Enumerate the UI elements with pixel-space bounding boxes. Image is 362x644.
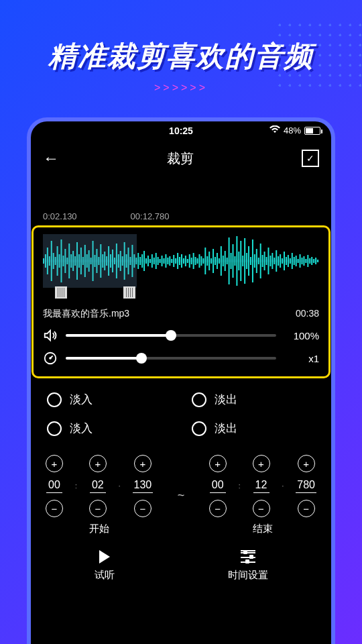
battery-icon: [304, 127, 320, 135]
svg-rect-82: [204, 248, 206, 274]
svg-rect-98: [236, 236, 237, 286]
svg-rect-129: [298, 259, 299, 263]
svg-rect-126: [292, 253, 293, 269]
svg-rect-89: [219, 258, 220, 264]
svg-rect-76: [193, 253, 194, 269]
svg-rect-116: [272, 253, 273, 269]
fade-out-option-2[interactable]: 淡出: [192, 421, 315, 436]
svg-rect-114: [267, 248, 269, 274]
svg-rect-86: [213, 249, 214, 273]
svg-rect-133: [305, 259, 306, 263]
svg-rect-97: [234, 256, 235, 266]
start-sec-minus[interactable]: −: [89, 500, 107, 517]
svg-rect-136: [311, 257, 312, 265]
volume-value: 100%: [284, 330, 319, 341]
trim-start-handle[interactable]: [55, 286, 67, 299]
end-ms-plus[interactable]: +: [298, 455, 315, 472]
svg-rect-127: [294, 257, 295, 265]
svg-rect-84: [208, 252, 210, 270]
start-sec-plus[interactable]: +: [89, 455, 107, 472]
svg-rect-56: [154, 258, 155, 264]
svg-rect-110: [260, 244, 261, 278]
svg-rect-134: [307, 255, 308, 267]
status-time: 10:25: [169, 125, 193, 136]
svg-rect-130: [300, 254, 301, 268]
svg-rect-83: [206, 256, 208, 266]
confirm-button[interactable]: ✓: [302, 150, 319, 167]
fade-in-option-1[interactable]: 淡入: [47, 392, 170, 407]
timeline-end-code: 00:12.780: [131, 211, 170, 221]
svg-rect-85: [210, 258, 212, 264]
end-time-block: +00− : +12− · +780− 结束: [209, 455, 316, 535]
end-sec-plus[interactable]: +: [253, 455, 270, 472]
svg-rect-108: [256, 249, 257, 273]
start-label: 开始: [89, 523, 109, 535]
svg-rect-121: [282, 258, 283, 264]
end-min: 00: [210, 479, 226, 493]
svg-rect-81: [202, 258, 204, 264]
svg-rect-66: [173, 255, 174, 267]
back-button[interactable]: ←: [43, 149, 59, 168]
svg-rect-60: [162, 256, 163, 266]
time-settings-button[interactable]: 时间设置: [228, 550, 268, 582]
phone-frame: 10:25 48% ← 裁剪 ✓ 0:02.130 00:12.780: [27, 117, 335, 644]
selection-region[interactable]: [43, 234, 137, 288]
start-ms: 130: [133, 479, 154, 493]
svg-rect-68: [177, 253, 178, 269]
end-min-minus[interactable]: −: [209, 500, 227, 517]
play-icon: [99, 550, 110, 564]
svg-rect-77: [195, 257, 196, 265]
svg-rect-94: [229, 237, 230, 284]
start-time-block: +00− : +02− · +130− 开始: [46, 455, 153, 535]
svg-rect-49: [139, 257, 141, 265]
start-ms-plus[interactable]: +: [134, 455, 152, 472]
svg-rect-102: [244, 238, 245, 284]
start-min-plus[interactable]: +: [46, 455, 63, 472]
volume-slider[interactable]: [66, 334, 276, 337]
svg-rect-80: [200, 256, 202, 266]
radio-icon: [192, 392, 206, 407]
svg-rect-93: [227, 258, 228, 264]
trim-end-handle[interactable]: [123, 286, 135, 299]
speed-value: x1: [284, 353, 319, 364]
svg-rect-64: [169, 256, 170, 266]
svg-rect-65: [171, 259, 172, 263]
radio-icon: [47, 421, 62, 436]
svg-rect-117: [274, 258, 275, 264]
waveform[interactable]: [43, 234, 319, 288]
svg-rect-135: [309, 258, 310, 264]
end-min-plus[interactable]: +: [209, 455, 227, 472]
svg-rect-78: [197, 258, 198, 264]
svg-rect-106: [252, 239, 253, 282]
svg-rect-72: [185, 256, 186, 266]
preview-button[interactable]: 试听: [95, 550, 115, 582]
wifi-icon: [269, 125, 280, 136]
start-ms-minus[interactable]: −: [134, 500, 152, 517]
svg-rect-53: [147, 256, 149, 266]
fade-out-option-1[interactable]: 淡出: [192, 392, 315, 407]
svg-rect-61: [164, 258, 165, 264]
svg-rect-104: [248, 246, 249, 276]
svg-rect-105: [250, 257, 251, 265]
svg-rect-54: [149, 259, 151, 263]
radio-icon: [47, 392, 62, 407]
file-duration: 00:38: [296, 308, 319, 320]
svg-rect-63: [167, 258, 168, 264]
start-min-minus[interactable]: −: [46, 500, 63, 517]
svg-rect-52: [145, 258, 147, 264]
speed-icon: [43, 351, 58, 366]
end-sec-minus[interactable]: −: [253, 500, 270, 517]
start-min: 00: [46, 479, 62, 493]
fade-in-option-2[interactable]: 淡入: [47, 421, 170, 436]
speed-slider[interactable]: [66, 357, 276, 360]
svg-rect-57: [156, 253, 157, 269]
svg-rect-119: [278, 256, 279, 266]
svg-rect-71: [183, 258, 184, 264]
end-ms-minus[interactable]: −: [298, 500, 315, 517]
sliders-icon: [241, 550, 255, 564]
svg-rect-125: [290, 258, 291, 264]
svg-rect-139: [317, 260, 318, 262]
volume-row: 100%: [43, 328, 319, 343]
svg-rect-74: [189, 254, 190, 268]
svg-rect-113: [266, 257, 267, 265]
